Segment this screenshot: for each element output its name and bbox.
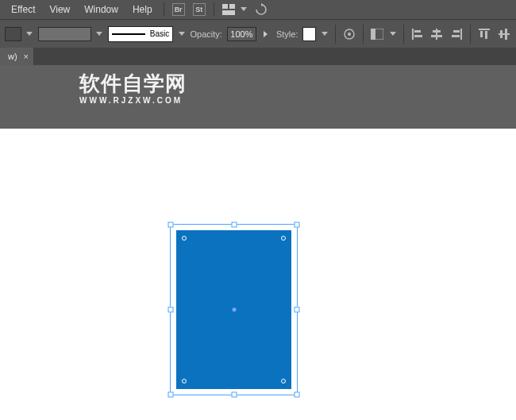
- align-hcenter-icon[interactable]: [429, 26, 445, 42]
- chevron-down-icon[interactable]: [240, 2, 248, 17]
- svg-rect-1: [229, 4, 235, 9]
- graphic-style-swatch[interactable]: [302, 27, 316, 41]
- svg-rect-8: [414, 30, 421, 33]
- center-point[interactable]: [232, 308, 236, 312]
- anchor-point[interactable]: [182, 379, 187, 383]
- svg-rect-7: [412, 29, 414, 40]
- menu-effect[interactable]: Effect: [5, 2, 41, 17]
- menubar: Effect View Window Help Br St: [0, 0, 516, 19]
- style-label: Style:: [276, 29, 298, 39]
- divider: [470, 25, 471, 44]
- svg-rect-18: [485, 31, 487, 39]
- svg-rect-9: [414, 35, 422, 37]
- menu-window[interactable]: Window: [78, 2, 125, 17]
- handle-n[interactable]: [231, 222, 237, 228]
- svg-rect-11: [433, 30, 441, 33]
- handle-sw[interactable]: [168, 392, 174, 398]
- sync-icon[interactable]: [254, 2, 268, 17]
- align-left-icon[interactable]: [410, 26, 426, 42]
- opacity-label: Opacity:: [190, 29, 221, 39]
- stroke-preview-icon: [112, 33, 145, 35]
- handle-s[interactable]: [231, 392, 237, 398]
- chevron-down-icon[interactable]: [321, 27, 328, 41]
- svg-rect-21: [505, 29, 507, 40]
- align-top-icon[interactable]: [477, 26, 492, 42]
- divider: [335, 25, 336, 44]
- anchor-point[interactable]: [182, 236, 187, 241]
- workspace-switcher-icon[interactable]: [221, 2, 236, 17]
- divider: [164, 2, 164, 17]
- handle-se[interactable]: [295, 392, 300, 398]
- align-right-icon[interactable]: [449, 26, 464, 42]
- bridge-icon[interactable]: Br: [171, 2, 186, 17]
- svg-rect-14: [453, 30, 460, 33]
- handle-e[interactable]: [295, 307, 300, 313]
- svg-point-4: [348, 33, 351, 36]
- options-bar: Basic Opacity: 100% Style:: [0, 19, 516, 48]
- divider: [214, 2, 214, 17]
- svg-rect-0: [222, 4, 228, 9]
- stroke-profile[interactable]: Basic: [108, 26, 173, 42]
- chevron-down-icon[interactable]: [26, 27, 33, 41]
- watermark-subtitle: WWW.RJZXW.COM: [79, 96, 187, 105]
- opacity-field[interactable]: 100%: [227, 27, 256, 41]
- recolor-icon[interactable]: [341, 26, 356, 42]
- stroke-swatch[interactable]: [38, 27, 91, 41]
- handle-w[interactable]: [168, 307, 174, 313]
- align-panel-icon[interactable]: [370, 26, 385, 42]
- anchor-point[interactable]: [281, 379, 286, 383]
- watermark-title: 软件自学网: [79, 70, 187, 98]
- handle-ne[interactable]: [295, 222, 300, 228]
- svg-rect-2: [222, 10, 235, 15]
- svg-rect-12: [431, 35, 442, 37]
- stroke-profile-label: Basic: [150, 29, 169, 38]
- svg-rect-6: [371, 29, 375, 40]
- watermark: 软件自学网 WWW.RJZXW.COM: [79, 70, 187, 105]
- divider: [403, 25, 404, 44]
- divider: [363, 25, 364, 44]
- tab-title: w): [8, 52, 17, 61]
- chevron-down-icon[interactable]: [389, 27, 396, 41]
- document-tabs: w) ×: [0, 48, 516, 65]
- menu-help[interactable]: Help: [126, 2, 159, 17]
- canvas[interactable]: [0, 129, 516, 420]
- anchor-point[interactable]: [281, 236, 286, 241]
- svg-rect-17: [480, 31, 483, 37]
- menu-view[interactable]: View: [43, 2, 76, 17]
- chevron-down-icon[interactable]: [96, 27, 103, 41]
- svg-rect-16: [479, 29, 490, 30]
- svg-rect-13: [460, 29, 462, 40]
- chevron-down-icon[interactable]: [178, 27, 185, 41]
- chevron-right-icon[interactable]: [261, 27, 271, 41]
- svg-rect-15: [452, 35, 460, 37]
- svg-rect-20: [500, 30, 503, 38]
- handle-nw[interactable]: [168, 222, 174, 228]
- align-vcenter-icon[interactable]: [496, 26, 511, 42]
- selection-bounds[interactable]: [170, 224, 298, 395]
- stock-icon[interactable]: St: [192, 2, 206, 17]
- fill-swatch[interactable]: [5, 27, 21, 41]
- close-icon[interactable]: ×: [24, 52, 29, 61]
- document-tab[interactable]: w) ×: [0, 48, 33, 65]
- pasteboard-top: 软件自学网 WWW.RJZXW.COM: [0, 65, 516, 129]
